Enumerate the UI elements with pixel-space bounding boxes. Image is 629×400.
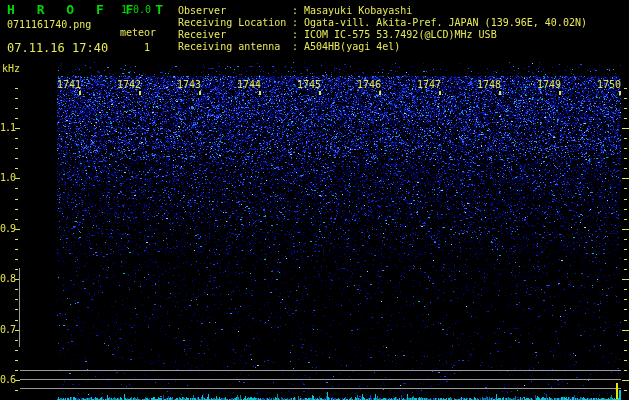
time-tick-label: 1743 (175, 79, 201, 90)
level-reference-line (20, 379, 621, 380)
info-row-antenna: Receiving antenna:A504HB(yagi 4el) (178, 41, 587, 53)
meteor-column-label: meteor (120, 27, 156, 38)
time-tick-label: 1750 (595, 79, 621, 90)
info-separator: : (292, 5, 304, 17)
meteor-count: 1 (144, 42, 150, 53)
level-reference-line (20, 370, 621, 371)
info-label: Receiving antenna (178, 41, 292, 53)
info-value: ICOM IC-575 53.7492(@LCD)MHz USB (304, 29, 497, 40)
info-value: Ogata-vill. Akita-Pref. JAPAN (139.96E, … (304, 17, 587, 28)
observation-datetime: 07.11.16 17:40 (7, 41, 108, 55)
output-filename: 0711161740.png (7, 19, 91, 30)
level-scale-bar (19, 268, 20, 347)
time-tick-label: 1742 (115, 79, 141, 90)
time-tick-label: 1744 (235, 79, 261, 90)
info-separator: : (292, 41, 304, 53)
hrofft-screen: H R O F F T 1.0.0 0711161740.png meteor … (0, 0, 629, 400)
time-tick-label: 1746 (355, 79, 381, 90)
station-info: Observer:Masayuki Kobayashi Receiving Lo… (178, 5, 587, 53)
time-tick-label: 1745 (295, 79, 321, 90)
info-label: Receiving Location (178, 17, 292, 29)
info-label: Receiver (178, 29, 292, 41)
freq-tick-label: 0.9 (0, 223, 14, 234)
time-tick-label: 1749 (535, 79, 561, 90)
freq-tick-label: 0.7 (0, 324, 14, 335)
info-row-receiver: Receiver:ICOM IC-575 53.7492(@LCD)MHz US… (178, 29, 587, 41)
info-row-location: Receiving Location:Ogata-vill. Akita-Pre… (178, 17, 587, 29)
info-separator: : (292, 29, 304, 41)
info-value: Masayuki Kobayashi (304, 5, 412, 16)
info-value: A504HB(yagi 4el) (304, 41, 400, 52)
app-version: 1.0.0 (121, 4, 151, 15)
freq-tick-label: 0.6 (0, 374, 14, 385)
freq-tick-label: 1.1 (0, 122, 14, 133)
meteor-echo-mark (616, 383, 618, 399)
freq-tick-label: 1.0 (0, 172, 14, 183)
time-tick-label: 1747 (415, 79, 441, 90)
info-row-observer: Observer:Masayuki Kobayashi (178, 5, 587, 17)
spectrogram-canvas (0, 0, 629, 400)
time-tick-label: 1748 (475, 79, 501, 90)
level-reference-line (20, 388, 621, 389)
info-label: Observer (178, 5, 292, 17)
time-tick-label: 1741 (55, 79, 81, 90)
info-separator: : (292, 17, 304, 29)
freq-axis-unit: kHz (2, 63, 20, 74)
freq-tick-label: 0.8 (0, 273, 14, 284)
